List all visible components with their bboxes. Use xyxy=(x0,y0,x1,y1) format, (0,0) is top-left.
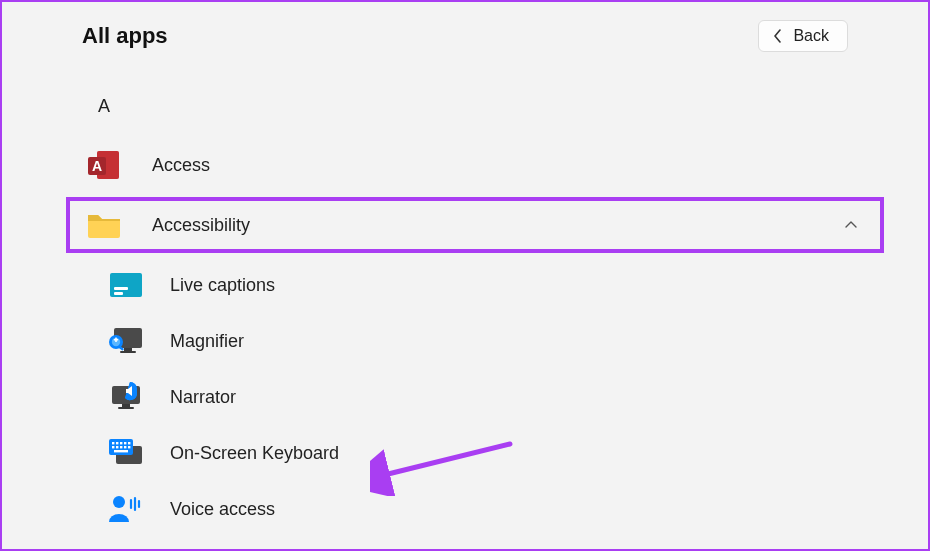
svg-rect-13 xyxy=(115,338,117,342)
back-button[interactable]: Back xyxy=(758,20,848,52)
voice-access-icon xyxy=(106,489,146,529)
svg-rect-30 xyxy=(114,450,128,452)
app-label: Access xyxy=(152,155,210,176)
svg-rect-23 xyxy=(124,442,126,444)
back-button-label: Back xyxy=(793,27,829,45)
section-header[interactable]: A xyxy=(98,96,928,117)
svg-rect-6 xyxy=(114,292,123,295)
app-item-access[interactable]: A Access xyxy=(2,137,928,193)
svg-rect-16 xyxy=(122,404,130,407)
narrator-icon xyxy=(106,377,146,417)
app-item-magnifier[interactable]: Magnifier xyxy=(2,313,928,369)
svg-rect-21 xyxy=(116,442,118,444)
folder-icon xyxy=(84,205,124,245)
svg-point-31 xyxy=(113,496,125,508)
live-captions-icon xyxy=(106,265,146,305)
app-item-on-screen-keyboard[interactable]: On-Screen Keyboard xyxy=(2,425,928,481)
svg-rect-26 xyxy=(116,446,118,448)
start-menu-all-apps: All apps Back A A Access Acce xyxy=(0,0,930,551)
on-screen-keyboard-icon xyxy=(106,433,146,473)
app-folder-accessibility[interactable]: Accessibility xyxy=(66,197,884,253)
magnifier-icon xyxy=(106,321,146,361)
svg-text:A: A xyxy=(92,158,102,174)
app-label: Narrator xyxy=(170,387,236,408)
app-item-live-captions[interactable]: Live captions xyxy=(2,257,928,313)
svg-rect-8 xyxy=(124,348,132,351)
header: All apps Back xyxy=(2,2,928,62)
svg-rect-27 xyxy=(120,446,122,448)
svg-rect-9 xyxy=(120,351,136,353)
svg-rect-28 xyxy=(124,446,126,448)
chevron-up-icon xyxy=(844,216,858,234)
app-item-voice-access[interactable]: Voice access xyxy=(2,481,928,537)
access-icon: A xyxy=(84,145,124,185)
app-label: Magnifier xyxy=(170,331,244,352)
svg-rect-24 xyxy=(128,442,130,444)
svg-rect-22 xyxy=(120,442,122,444)
svg-rect-5 xyxy=(114,287,128,290)
app-label: Voice access xyxy=(170,499,275,520)
app-label: On-Screen Keyboard xyxy=(170,443,339,464)
app-item-narrator[interactable]: Narrator xyxy=(2,369,928,425)
svg-rect-29 xyxy=(128,446,130,448)
app-label: Live captions xyxy=(170,275,275,296)
svg-rect-25 xyxy=(112,446,114,448)
app-label: Accessibility xyxy=(152,215,250,236)
page-title: All apps xyxy=(82,23,168,49)
svg-rect-17 xyxy=(118,407,134,409)
chevron-left-icon xyxy=(773,29,783,43)
svg-rect-20 xyxy=(112,442,114,444)
